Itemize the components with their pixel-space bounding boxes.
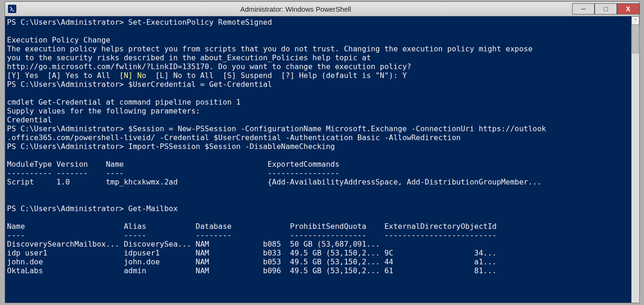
module-table-row: Script 1.0 tmp_khcxkwmx.2ad {Add-Availab… bbox=[7, 177, 541, 186]
window-controls: ─ □ X bbox=[572, 3, 639, 14]
prompt: PS C:\Users\Administrator> bbox=[7, 142, 128, 151]
credential-prompt: cmdlet Get-Credential at command pipelin… bbox=[7, 98, 241, 106]
console-output[interactable]: PS C:\Users\Administrator> Set-Execution… bbox=[5, 16, 631, 303]
command-text: Get-Mailbox bbox=[128, 204, 178, 213]
mailbox-table-row: john.doe john.doe NAM b053 49.5 GB (53,1… bbox=[7, 257, 497, 266]
choice-prompt-post: [L] No to All [S] Suspend [?] Help (defa… bbox=[146, 71, 407, 80]
title-bar[interactable]: Administrator: Windows PowerShell ─ □ X bbox=[5, 2, 639, 16]
mailbox-table-row: DiscoverySearchMailbox... DiscoverySea..… bbox=[7, 240, 380, 248]
choice-prompt-pre: [Y] Yes [A] Yes to All bbox=[7, 71, 119, 80]
command-text: Set-ExecutionPolicy RemoteSigned bbox=[128, 18, 272, 27]
close-button[interactable]: X bbox=[617, 3, 639, 14]
minimize-button[interactable]: ─ bbox=[572, 3, 595, 14]
policy-change-title: Execution Policy Change bbox=[7, 35, 111, 44]
mailbox-table-row: OktaLabs admin NAM b096 49.5 GB (53,150,… bbox=[7, 266, 497, 275]
module-table-separator: ---------- ------- ---- ---------------- bbox=[7, 169, 339, 177]
prompt: PS C:\Users\Administrator> bbox=[7, 80, 128, 89]
powershell-icon bbox=[8, 5, 16, 13]
credential-prompt: Credential bbox=[7, 115, 52, 124]
prompt: PS C:\Users\Administrator> bbox=[7, 18, 128, 27]
command-continuation: .office365.com/powershell-liveid/ -Crede… bbox=[7, 133, 461, 142]
powershell-window: Administrator: Windows PowerShell ─ □ X … bbox=[5, 1, 640, 303]
mailbox-table-row: idp user1 idpuser1 NAM b033 49.5 GB (53,… bbox=[7, 248, 497, 257]
module-table-header: ModuleType Version Name ExportedCommands bbox=[7, 160, 339, 169]
policy-change-body: http://go.microsoft.com/fwlink/?LinkID=1… bbox=[7, 62, 411, 71]
mailbox-table-separator: ---- ----- -------- ----------------- --… bbox=[7, 231, 497, 240]
command-text: Import-PSSession $Session -DisableNameCh… bbox=[128, 142, 335, 151]
prompt: PS C:\Users\Administrator> bbox=[7, 204, 128, 213]
console-wrap: PS C:\Users\Administrator> Set-Execution… bbox=[5, 16, 639, 303]
choice-default: [N] No bbox=[119, 71, 146, 80]
prompt: PS C:\Users\Administrator> bbox=[7, 124, 128, 133]
command-text: $Session = New-PSSession -ConfigurationN… bbox=[128, 124, 546, 133]
vertical-scrollbar[interactable]: ˄ bbox=[631, 16, 639, 303]
credential-prompt: Supply values for the following paramete… bbox=[7, 106, 200, 115]
command-text: $UserCredential = Get-Credential bbox=[128, 80, 272, 89]
policy-change-body: The execution policy helps protect you f… bbox=[7, 44, 533, 53]
mailbox-table-header: Name Alias Database ProhibitSendQuota Ex… bbox=[7, 222, 497, 231]
maximize-button[interactable]: □ bbox=[595, 3, 617, 14]
window-title: Administrator: Windows PowerShell bbox=[19, 5, 572, 14]
scroll-thumb[interactable] bbox=[632, 24, 639, 53]
policy-change-body: you to the security risks described in t… bbox=[7, 53, 371, 62]
